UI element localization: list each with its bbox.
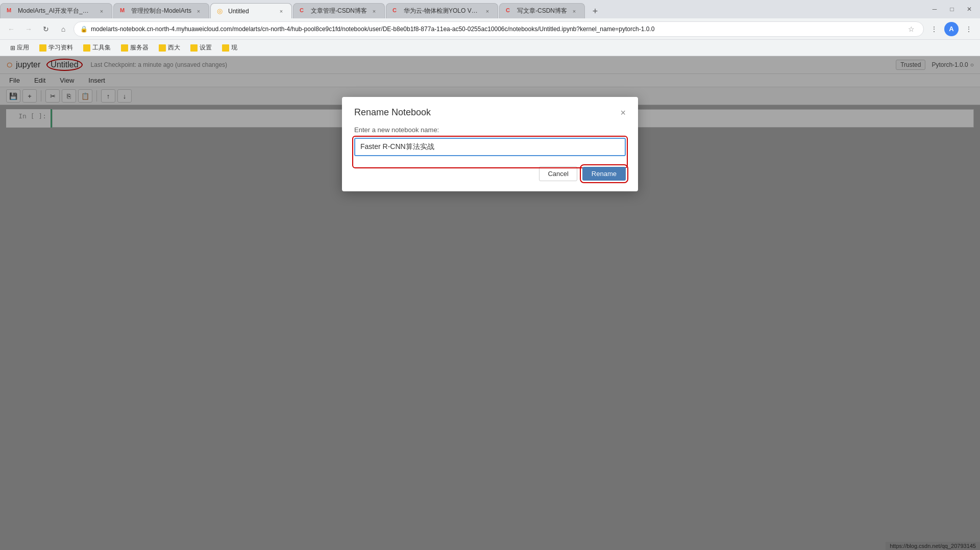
chrome-browser: M ModelArts_AI开发平台_机器学... × M 管理控制台-Mode… [0, 0, 980, 550]
bookmark-folder-icon4 [159, 44, 166, 52]
bookmark-now-label: 现 [231, 43, 237, 52]
modal-label: Enter a new notebook name: [354, 126, 626, 134]
back-button[interactable]: ← [4, 22, 18, 36]
tab4-label: 文章管理-CSDN博客 [311, 7, 367, 15]
home-button[interactable]: ⌂ [56, 22, 70, 36]
bookmark-folder-icon3 [121, 44, 128, 52]
bookmark-apps-label: 应用 [17, 43, 29, 52]
title-bar: M ModelArts_AI开发平台_机器学... × M 管理控制台-Mode… [0, 0, 980, 18]
bookmark-study[interactable]: 学习资料 [35, 41, 77, 54]
tab6-favicon: C [506, 7, 514, 15]
new-tab-button[interactable]: + [588, 4, 602, 18]
bookmarks-bar: ⊞ 应用 学习资料 工具集 服务器 西大 设置 现 [0, 40, 980, 56]
address-box[interactable]: 🔒 modelarts-notebook.cn-north-4.myhuawei… [74, 21, 924, 37]
bookmark-study-label: 学习资料 [48, 43, 73, 52]
tabs-container: M ModelArts_AI开发平台_机器学... × M 管理控制台-Mode… [0, 0, 924, 18]
modal-input-wrapper [354, 138, 626, 166]
bookmark-folder-icon5 [190, 44, 198, 52]
cancel-button[interactable]: Cancel [539, 166, 577, 181]
tab5-close[interactable]: × [483, 7, 492, 15]
tab2-close[interactable]: × [194, 7, 203, 15]
tab3-favicon: ◎ [217, 7, 225, 15]
tab-modelarts-ai[interactable]: M ModelArts_AI开发平台_机器学... × [0, 3, 112, 18]
bookmark-xida[interactable]: 西大 [155, 41, 184, 54]
tab2-favicon: M [120, 7, 128, 15]
tab4-favicon: C [300, 7, 308, 15]
address-text: modelarts-notebook.cn-north-4.myhuaweicl… [91, 26, 905, 33]
minimize-button[interactable]: ─ [928, 3, 941, 16]
bookmark-server-label: 服务器 [130, 43, 149, 52]
tab-csdn-write[interactable]: C 写文章-CSDN博客 × [499, 3, 585, 18]
rename-button[interactable]: Rename [582, 167, 626, 181]
modal-header: Rename Notebook × [354, 107, 626, 118]
bookmark-apps[interactable]: ⊞ 应用 [6, 41, 33, 54]
tab-yolo[interactable]: C 华为云-物体检测YOLO V3算法实... × [386, 3, 498, 18]
modal-overlay: Rename Notebook × Enter a new notebook n… [0, 56, 980, 550]
bookmark-settings-label: 设置 [200, 43, 212, 52]
tab5-favicon: C [393, 7, 401, 15]
profile-button[interactable]: A [944, 22, 959, 36]
tab-untitled[interactable]: ◎ Untitled × [210, 3, 292, 18]
tab6-close[interactable]: × [570, 7, 578, 15]
maximize-button[interactable]: □ [945, 3, 959, 16]
bookmark-folder-icon2 [83, 44, 90, 52]
window-controls: ─ □ ✕ [924, 0, 980, 18]
modal-title: Rename Notebook [354, 107, 431, 118]
bookmark-now[interactable]: 现 [218, 41, 241, 54]
reload-button[interactable]: ↻ [39, 22, 53, 36]
bookmark-server[interactable]: 服务器 [117, 41, 153, 54]
tab4-close[interactable]: × [370, 7, 378, 15]
tab1-label: ModelArts_AI开发平台_机器学... [18, 7, 94, 15]
bookmark-folder-icon6 [222, 44, 229, 52]
tab5-label: 华为云-物体检测YOLO V3算法实... [404, 7, 480, 15]
forward-button[interactable]: → [21, 22, 36, 36]
bookmark-tools[interactable]: 工具集 [79, 41, 115, 54]
modal-close-button[interactable]: × [620, 108, 626, 117]
bookmark-settings[interactable]: 设置 [186, 41, 216, 54]
lock-icon: 🔒 [80, 26, 88, 33]
modal-footer: Cancel Rename [354, 166, 626, 181]
page-content: ○ jupyter Untitled Last Checkpoint: a mi… [0, 56, 980, 550]
menu-button[interactable]: ⋮ [962, 22, 976, 36]
bookmark-tools-label: 工具集 [92, 43, 111, 52]
tab-csdn-article[interactable]: C 文章管理-CSDN博客 × [293, 3, 385, 18]
tab1-favicon: M [7, 7, 15, 15]
close-button[interactable]: ✕ [963, 3, 976, 16]
rename-modal: Rename Notebook × Enter a new notebook n… [342, 97, 638, 191]
tab6-label: 写文章-CSDN博客 [517, 7, 567, 15]
tab-management-console[interactable]: M 管理控制台-ModelArts × [113, 3, 209, 18]
tab3-label: Untitled [228, 8, 274, 15]
tab1-close[interactable]: × [97, 7, 106, 15]
bookmark-folder-icon [39, 44, 46, 52]
bookmark-xida-label: 西大 [168, 43, 180, 52]
extensions-button[interactable]: ⋮ [927, 22, 941, 36]
address-bar-row: ← → ↻ ⌂ 🔒 modelarts-notebook.cn-north-4.… [0, 18, 980, 40]
notebook-name-input[interactable] [354, 138, 626, 156]
bookmark-star-icon[interactable]: ☆ [905, 23, 917, 35]
tab3-close[interactable]: × [277, 7, 285, 15]
rename-button-wrapper: Rename [582, 167, 626, 181]
tab2-label: 管理控制台-ModelArts [131, 7, 191, 15]
